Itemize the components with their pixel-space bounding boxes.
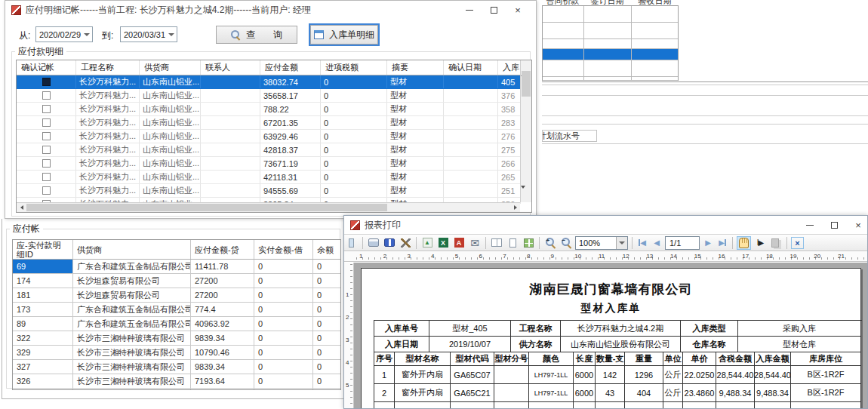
tax-cell[interactable]: 0 [321,143,387,156]
project-cell[interactable]: 长沙万科魅力... [76,116,140,129]
checkbox-cell[interactable] [17,130,76,143]
single-page-icon[interactable] [506,236,519,249]
supplier-cell[interactable]: 山东南山铝业... [140,143,201,156]
column-header[interactable]: 供货商 [73,240,191,259]
table-row[interactable]: 69广东合和建筑五金制品有限公司11411.7800 [13,260,340,274]
supplier-cell[interactable]: 山东南山铝业... [140,103,201,115]
credit-cell[interactable]: 27200 [191,274,254,288]
table-row[interactable]: 长沙万科魅力...山东南山铝业...67201.350型材283 [17,116,531,130]
summary-cell[interactable]: 型材 [387,184,444,197]
confirm-checkbox[interactable] [42,159,51,168]
supplier-cell[interactable]: 山东南山铝业... [140,184,201,197]
table-row[interactable]: 长沙万科魅力...山东南山铝业...38032.740型材405 [17,75,531,89]
supplier-cell[interactable]: 山东南山铝业... [140,171,201,183]
column-header[interactable]: 确认日期 [444,60,498,75]
balance-cell[interactable]: 0 [313,360,341,374]
inbound-id-cell[interactable]: 283 [498,116,521,129]
zoom-select[interactable]: 100% [575,236,628,250]
debit-cell[interactable]: 0 [254,346,313,359]
project-cell[interactable]: 长沙万科魅力... [76,130,140,143]
confirm-checkbox[interactable] [42,105,51,113]
debit-cell[interactable]: 0 [254,317,313,331]
tax-cell[interactable]: 0 [321,130,387,143]
table-row[interactable]: 长沙万科魅力...山东南山铝业...42118.310型材265 [17,171,531,184]
balance-cell[interactable]: 0 [313,331,341,345]
table-row[interactable] [543,23,678,39]
confirm-date-cell[interactable] [444,75,498,88]
minimize-button[interactable] [798,218,822,232]
supplier-cell[interactable]: 长沙市三湘特种玻璃有限公司 [73,360,191,374]
copy-page-button[interactable] [769,236,783,249]
confirm-date-cell[interactable] [444,143,498,156]
confirm-date-cell[interactable] [444,157,498,170]
confirm-checkbox[interactable] [42,132,51,140]
column-header[interactable]: 供货商 [140,60,201,75]
inbound-id-cell[interactable]: 251 [498,184,521,197]
table-row[interactable] [543,60,678,77]
column-header[interactable]: 应-实付款明 细ID [13,240,73,259]
supplier-cell[interactable]: 长沙市三湘特种玻璃有限公司 [73,374,191,388]
column-header[interactable]: 摘要 [387,60,444,75]
table-row[interactable]: 长沙万科魅力...山东南山铝业...63929.460型材276 [17,130,531,143]
tax-cell[interactable]: 0 [321,75,387,88]
debit-cell[interactable]: 0 [254,389,313,390]
credit-cell[interactable]: 774.4 [191,303,254,316]
inbound-id-cell[interactable]: 358 [498,103,521,115]
checkbox-cell[interactable] [17,75,76,88]
debit-cell[interactable]: 0 [254,274,313,288]
balance-cell[interactable]: 0 [313,317,341,331]
project-cell[interactable]: 长沙万科魅力... [76,143,140,156]
credit-cell[interactable]: 27200 [191,288,254,302]
credit-cell[interactable]: 11411.78 [191,260,254,273]
credit-cell[interactable]: 9839.34 [191,360,254,374]
table-row[interactable]: 327长沙市三湘特种玻璃有限公司9839.3400 [13,360,340,374]
summary-cell[interactable]: 型材 [387,130,444,143]
table-row[interactable]: 长沙万科魅力...山东南山铝业...94555.690型材251 [17,184,531,198]
chevron-down-icon[interactable] [81,27,92,42]
id-cell[interactable]: 325 [13,389,73,390]
debit-cell[interactable]: 0 [254,331,313,345]
confirm-date-cell[interactable] [444,130,498,143]
confirm-date-cell[interactable] [444,116,498,129]
column-header[interactable]: 应付金额 [260,60,321,75]
table-row[interactable]: 325长沙市三湘特种玻璃有限公司7193.6400 [13,389,340,390]
balance-cell[interactable]: 0 [313,260,341,273]
summary-cell[interactable]: 型材 [387,116,444,129]
supplier-cell[interactable]: 广东合和建筑五金制品有限公司 [73,317,191,331]
checkbox-cell[interactable] [17,116,76,129]
prev-page-button[interactable]: ◀ [651,238,663,247]
confirm-date-cell[interactable] [444,184,498,197]
column-header[interactable]: 工程名称 [76,60,140,75]
supplier-cell[interactable]: 广东合和建筑五金制品有限公司 [73,260,191,273]
column-header[interactable]: 确认记帐 [17,60,76,75]
summary-cell[interactable]: 型材 [387,143,444,156]
scroll-right-icon[interactable] [510,203,520,212]
id-cell[interactable]: 173 [13,303,73,316]
id-cell[interactable]: 69 [13,260,73,273]
debit-cell[interactable]: 0 [254,288,313,302]
book-icon[interactable] [383,236,396,249]
tax-cell[interactable]: 0 [321,184,387,197]
amount-cell[interactable]: 38032.74 [260,75,321,88]
amount-cell[interactable]: 73671.19 [260,157,321,170]
title-bar[interactable]: 报表打印 × [344,216,867,234]
table-row[interactable] [543,39,678,49]
supplier-cell[interactable]: 长沙市三湘特种玻璃有限公司 [73,331,191,345]
supplier-cell[interactable]: 长沙坦森贸易有限公司 [73,274,191,288]
send-mail-icon[interactable]: ✉ [468,236,482,249]
table-row[interactable]: 329长沙市三湘特种玻璃有限公司10790.4600 [13,346,340,360]
confirm-checkbox[interactable] [42,118,51,127]
credit-cell[interactable]: 7193.64 [191,389,254,390]
table-row[interactable]: 长沙万科魅力...山东南山铝业...35658.170型材376 [17,89,531,103]
tax-cell[interactable]: 0 [321,116,387,129]
amount-cell[interactable]: 788.22 [260,103,321,115]
table-row[interactable]: 长沙万科魅力...山东南山铝业...42818.370型材275 [17,143,531,157]
maximize-button[interactable] [822,218,846,232]
debit-cell[interactable]: 0 [254,260,313,273]
facing-pages-icon[interactable] [490,236,503,249]
supplier-cell[interactable]: 长沙坦森贸易有限公司 [73,288,191,302]
checkbox-cell[interactable] [17,184,76,197]
credit-cell[interactable]: 9839.34 [191,331,254,345]
inbound-id-cell[interactable]: 276 [498,130,521,143]
project-cell[interactable]: 长沙万科魅力... [76,184,140,197]
